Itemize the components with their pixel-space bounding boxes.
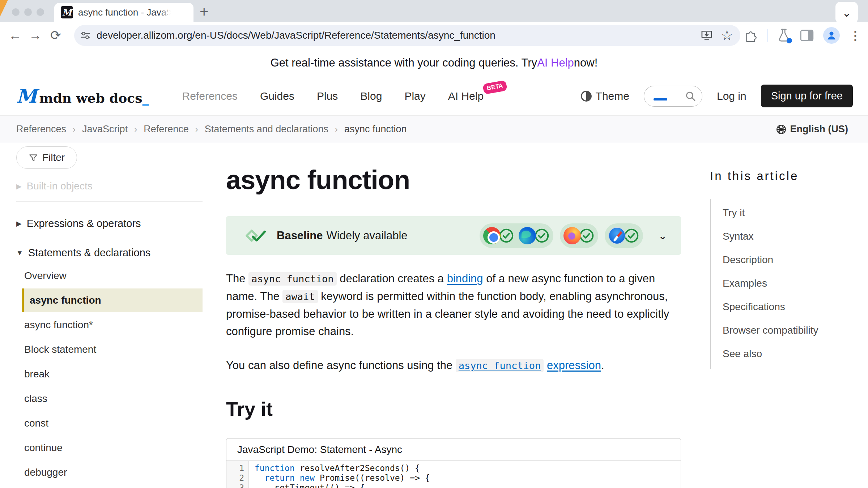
check-circle-icon: [498, 228, 514, 244]
toc-item-specifications[interactable]: Specifications: [723, 295, 851, 318]
promo-banner: Get real-time assistance with your codin…: [0, 49, 868, 77]
toc-item-see-also[interactable]: See also: [723, 342, 851, 365]
reload-button[interactable]: ⟳: [46, 28, 66, 43]
nav-item-references[interactable]: References: [182, 90, 238, 102]
nav-item-plus[interactable]: Plus: [317, 90, 338, 102]
code-line[interactable]: setTimeout(() => {: [255, 483, 430, 488]
nav-item-ai-help[interactable]: AI HelpBETA: [448, 90, 484, 102]
breadcrumb-item[interactable]: References: [16, 124, 66, 135]
extensions-puzzle-icon[interactable]: [744, 29, 757, 42]
sidebar-item-debugger[interactable]: debugger: [16, 461, 203, 484]
window-close-button[interactable]: [12, 8, 20, 16]
sidebar-section-statements[interactable]: ▼ Statements & declarations: [16, 247, 203, 259]
toc-list: Try itSyntaxDescriptionExamplesSpecifica…: [710, 199, 851, 369]
plain-token: [255, 473, 265, 483]
nav-item-guides[interactable]: Guides: [260, 90, 294, 102]
text-run: You can also define async functions usin…: [226, 359, 456, 372]
tab-search-button[interactable]: ⌄: [835, 2, 858, 23]
window-zoom-button[interactable]: [37, 8, 44, 16]
toc-item-description[interactable]: Description: [723, 248, 851, 271]
baseline-text: BaselineWidely available: [277, 229, 408, 242]
forward-button[interactable]: →: [25, 28, 46, 43]
tab-title: async function - JavaScript |: [78, 7, 168, 18]
site-header: M mdn web docs_ ReferencesGuidesPlusBlog…: [0, 77, 868, 116]
mdn-logo[interactable]: M mdn web docs_: [16, 87, 149, 106]
code-line[interactable]: function resolveAfter2Seconds() {: [255, 463, 430, 473]
code-content[interactable]: function resolveAfter2Seconds() { return…: [249, 461, 430, 488]
sidebar-item-async-function-[interactable]: async function*: [16, 313, 203, 337]
new-tab-button[interactable]: +: [200, 4, 209, 20]
check-circle-icon: [579, 228, 595, 244]
baseline-status: Widely available: [327, 229, 408, 242]
site-settings-icon[interactable]: [80, 30, 91, 41]
browser-menu-icon[interactable]: ⋮: [849, 28, 861, 43]
window-minimize-button[interactable]: [24, 8, 32, 16]
baseline-label: Baseline: [277, 229, 323, 242]
sidebar-divider: [16, 201, 203, 202]
nav-item-play[interactable]: Play: [404, 90, 425, 102]
inline-link[interactable]: binding: [447, 272, 483, 285]
toc-item-examples[interactable]: Examples: [723, 271, 851, 295]
address-bar[interactable]: developer.allizom.org/en-US/docs/Web/Jav…: [74, 25, 740, 46]
toc-item-try-it[interactable]: Try it: [723, 201, 851, 224]
expression-paragraph: You can also define async functions usin…: [226, 357, 681, 374]
breadcrumb-item[interactable]: JavaScript: [82, 124, 128, 135]
login-link[interactable]: Log in: [717, 90, 746, 102]
sidebar-item-break[interactable]: break: [16, 362, 203, 386]
language-button[interactable]: English (US): [776, 124, 848, 135]
sidebar-item-async-function[interactable]: async function: [22, 288, 203, 312]
sidebar-section-expressions[interactable]: ▶ Expressions & operators: [16, 218, 203, 230]
search-input[interactable]: [644, 86, 702, 107]
line-number: 2: [226, 473, 248, 483]
side-panel-icon[interactable]: [800, 29, 814, 42]
sidebar-filter-button[interactable]: Filter: [16, 146, 77, 169]
profile-avatar[interactable]: [823, 27, 840, 44]
promo-text-after: now!: [574, 56, 597, 69]
inline-link[interactable]: expression: [547, 359, 601, 372]
breadcrumb-item[interactable]: async function: [344, 124, 407, 135]
mdn-logo-text: mdn web docs_: [39, 90, 149, 106]
filter-label: Filter: [42, 152, 65, 163]
nav-item-blog[interactable]: Blog: [360, 90, 382, 102]
in-this-article: In this article Try itSyntaxDescriptionE…: [710, 169, 851, 369]
article-main: async function BaselineWidely available: [226, 164, 681, 488]
firefox-icon: [563, 227, 581, 244]
sidebar-item-block-statement[interactable]: Block statement: [16, 338, 203, 361]
install-app-icon[interactable]: [701, 30, 713, 41]
sidebar-item-class[interactable]: class: [16, 387, 203, 411]
section-label: Statements & declarations: [28, 247, 151, 259]
sidebar-item-continue[interactable]: continue: [16, 436, 203, 460]
baseline-expand-chevron-icon[interactable]: ⌄: [658, 229, 667, 242]
header-actions: Theme Log in Sign up for free: [580, 85, 853, 107]
tryit-heading: Try it: [226, 398, 681, 420]
url-text[interactable]: developer.allizom.org/en-US/docs/Web/Jav…: [97, 30, 693, 41]
sidebar-item-do-while[interactable]: do...while: [16, 485, 203, 488]
doc-sidebar: Filter ▶ Built-in objects ▶ Expressions …: [16, 146, 203, 488]
beta-badge: BETA: [482, 80, 507, 94]
code-editor[interactable]: 123456 function resolveAfter2Seconds() {…: [226, 461, 681, 488]
browser-tab[interactable]: M async function - JavaScript | ×: [54, 3, 193, 22]
bookmark-star-icon[interactable]: ☆: [721, 29, 733, 42]
sidebar-item-const[interactable]: const: [16, 411, 203, 435]
back-button[interactable]: ←: [5, 28, 25, 43]
chrome-labs-flask-icon[interactable]: [777, 28, 791, 43]
demo-title: JavaScript Demo: Statement - Async: [226, 438, 681, 461]
ai-help-link[interactable]: AI Help: [537, 56, 574, 69]
theme-button[interactable]: Theme: [580, 90, 629, 102]
filter-funnel-icon: [29, 153, 38, 162]
toc-item-syntax[interactable]: Syntax: [723, 224, 851, 248]
signup-button[interactable]: Sign up for free: [761, 85, 853, 107]
breadcrumb-separator-icon: ›: [134, 124, 137, 134]
search-icon[interactable]: [685, 90, 696, 102]
page-title: async function: [226, 164, 681, 195]
desktop-corner: [0, 0, 8, 17]
sidebar-item-built-in-objects[interactable]: ▶ Built-in objects: [16, 180, 203, 192]
inline-code-link[interactable]: async function: [456, 359, 544, 372]
sidebar-item-overview[interactable]: Overview: [16, 264, 203, 288]
breadcrumb-item[interactable]: Statements and declarations: [205, 124, 328, 135]
toc-item-browser-compatibility[interactable]: Browser compatibility: [723, 318, 851, 342]
code-line[interactable]: return new Promise((resolve) => {: [255, 473, 430, 483]
breadcrumb-item[interactable]: Reference: [144, 124, 189, 135]
baseline-banner[interactable]: BaselineWidely available: [226, 216, 681, 255]
check-circle-icon: [534, 228, 550, 244]
